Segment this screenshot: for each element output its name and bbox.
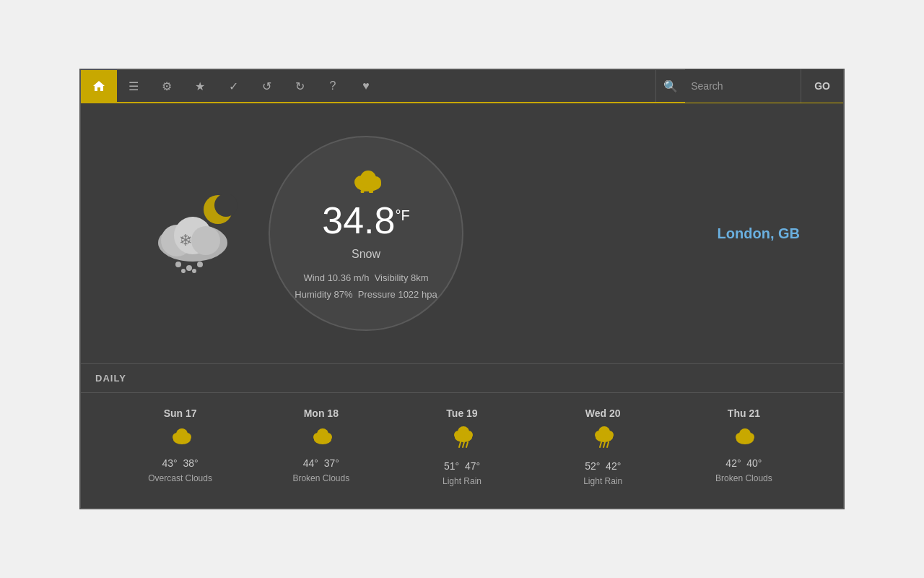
svg-point-11 <box>192 269 196 273</box>
forecast-day-wed20: Wed 20 52° 42° Light Rain <box>533 407 674 486</box>
forecast-icon-tue19 <box>450 426 474 453</box>
heart-icon[interactable]: ♥ <box>349 69 383 103</box>
weather-stats: Wind 10.36 m/h Visibility 8km Humidity 8… <box>295 269 437 303</box>
temps-wed20: 52° 42° <box>585 460 621 472</box>
temps-mon18: 44° 37° <box>303 457 339 469</box>
svg-point-5 <box>191 226 220 255</box>
search-area: 🔍 GO <box>655 70 843 102</box>
desc-thu21: Broken Clouds <box>715 473 772 483</box>
search-input[interactable] <box>685 69 801 103</box>
svg-point-9 <box>197 262 203 267</box>
weather-main: ❄ <box>81 103 843 363</box>
svg-line-32 <box>463 442 464 447</box>
favorites-icon[interactable]: ★ <box>183 69 217 103</box>
svg-text:❄: ❄ <box>179 231 192 249</box>
temps-thu21: 42° 40° <box>725 457 762 469</box>
svg-point-37 <box>605 431 614 439</box>
daily-forecast: Sun 17 43° 38° Overcast Clouds Mon 18 <box>81 393 843 508</box>
temps-tue19: 51° 47° <box>444 460 480 472</box>
temps-sun17: 43° 38° <box>162 457 199 469</box>
circle-weather-icon <box>348 164 384 196</box>
desc-tue19: Light Rain <box>443 476 481 486</box>
forecast-icon-thu21 <box>732 426 755 450</box>
svg-point-22 <box>183 433 191 441</box>
svg-point-15 <box>370 176 381 188</box>
forecast-day-thu21: Thu 21 42° 40° Broken Clouds <box>674 407 814 486</box>
svg-line-33 <box>466 442 468 447</box>
svg-point-7 <box>175 262 181 267</box>
temperature-display: 34.8°F <box>322 199 409 242</box>
svg-point-8 <box>186 265 192 271</box>
forecast-icon-mon18 <box>310 426 333 450</box>
weather-condition: Snow <box>352 248 380 261</box>
weather-left-icon: ❄ <box>124 194 269 273</box>
settings-icon[interactable]: ⚙ <box>150 69 183 103</box>
navbar: ☰ ⚙ ★ ✓ ↺ ↻ ? ♥ 🔍 GO <box>81 70 843 103</box>
search-icon: 🔍 <box>656 69 685 103</box>
day-name-wed20: Wed 20 <box>585 407 621 419</box>
desc-sun17: Overcast Clouds <box>148 473 212 483</box>
forecast-day-mon18: Mon 18 44° 37° Broken Clouds <box>250 407 391 486</box>
svg-line-38 <box>600 442 601 447</box>
weather-circle: 34.8°F Snow Wind 10.36 m/h Visibility 8k… <box>269 136 463 331</box>
refresh1-icon[interactable]: ↺ <box>250 69 283 103</box>
snow-cloud-icon <box>348 164 384 193</box>
app-container: ☰ ⚙ ★ ✓ ↺ ↻ ? ♥ 🔍 GO <box>79 69 845 509</box>
nav-icons-group: ☰ ⚙ ★ ✓ ↺ ↻ ? ♥ <box>117 70 386 102</box>
check-icon[interactable]: ✓ <box>217 69 250 103</box>
night-snow-svg: ❄ <box>149 194 243 273</box>
svg-point-1 <box>214 194 237 217</box>
svg-point-26 <box>323 433 332 441</box>
menu-icon[interactable]: ☰ <box>117 69 150 103</box>
desc-mon18: Broken Clouds <box>292 473 349 483</box>
day-name-mon18: Mon 18 <box>304 407 339 419</box>
home-button[interactable] <box>81 70 117 102</box>
svg-line-39 <box>603 442 605 447</box>
svg-line-40 <box>607 442 609 447</box>
svg-point-30 <box>464 431 473 439</box>
daily-section-header: DAILY <box>81 363 843 393</box>
day-name-tue19: Tue 19 <box>446 407 477 419</box>
day-name-thu21: Thu 21 <box>728 407 760 419</box>
desc-wed20: Light Rain <box>583 476 622 486</box>
forecast-icon-wed20 <box>591 426 614 453</box>
go-button[interactable]: GO <box>801 69 843 103</box>
day-name-sun17: Sun 17 <box>164 407 197 419</box>
forecast-day-tue19: Tue 19 51° 47° Light Rain <box>391 407 532 486</box>
help-icon[interactable]: ? <box>316 69 349 103</box>
svg-line-31 <box>459 442 461 447</box>
forecast-day-sun17: Sun 17 43° 38° Overcast Clouds <box>110 407 250 486</box>
svg-point-10 <box>181 269 186 273</box>
location-display: London, GB <box>718 225 800 242</box>
svg-point-44 <box>746 433 754 441</box>
forecast-icon-sun17 <box>169 426 192 450</box>
weather-right: London, GB <box>463 225 800 242</box>
nav-spacer <box>386 70 655 102</box>
refresh2-icon[interactable]: ↻ <box>283 69 316 103</box>
